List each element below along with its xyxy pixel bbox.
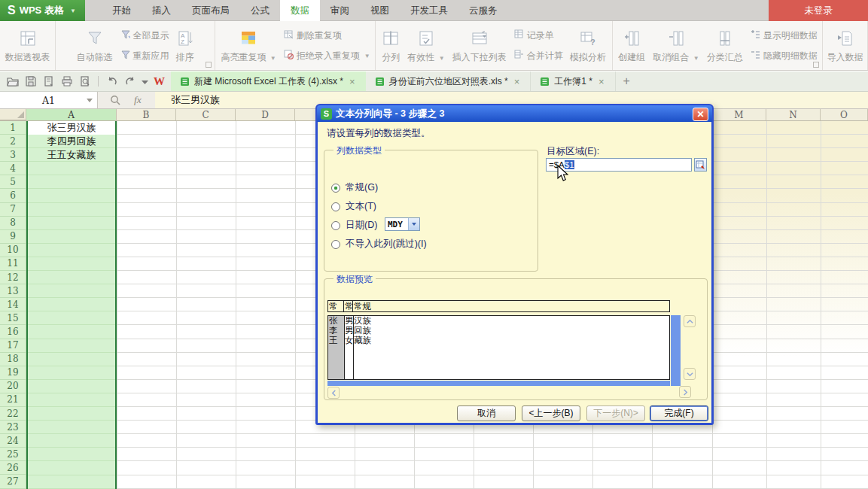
menu-tab-插入[interactable]: 插入 xyxy=(142,0,181,21)
scroll-up-button[interactable] xyxy=(684,315,696,327)
column-header-O[interactable]: O xyxy=(821,109,868,120)
close-icon[interactable]: × xyxy=(348,76,357,87)
row-header-7[interactable]: 7 xyxy=(0,203,26,217)
row-header-26[interactable]: 26 xyxy=(0,461,26,475)
ribbon-button-隐藏明细数据[interactable]: 隐藏明细数据 xyxy=(750,49,818,62)
close-icon[interactable]: × xyxy=(513,76,522,87)
preview-header-cell[interactable]: 常 xyxy=(344,301,353,311)
row-header-3[interactable]: 3 xyxy=(0,148,26,162)
ribbon-button-创建组[interactable]: 创建组 xyxy=(614,28,649,64)
date-format-combo[interactable]: MDY xyxy=(385,217,420,231)
ribbon-button-自动筛选[interactable]: 自动筛选 xyxy=(73,28,117,64)
dialog-close-button[interactable]: ✕ xyxy=(693,108,708,121)
radio-option-不导入此列(跳过)(I)[interactable]: 不导入此列(跳过)(I) xyxy=(331,238,427,251)
column-header-D[interactable]: D xyxy=(236,109,295,120)
wps-writer-icon[interactable]: W xyxy=(154,75,165,88)
dialog-button-完成(F)[interactable]: 完成(F) xyxy=(650,405,708,421)
radio-button-icon[interactable] xyxy=(331,202,340,211)
row-header-11[interactable]: 11 xyxy=(0,257,26,271)
ribbon-button-高亮重复项[interactable]: 高亮重复项 ▼ xyxy=(217,28,279,64)
ribbon-button-排序[interactable]: AZ排序 xyxy=(172,28,198,64)
ribbon-button-重新应用[interactable]: 重新应用 xyxy=(120,49,169,62)
row-header-19[interactable]: 19 xyxy=(0,366,26,380)
row-header-12[interactable]: 12 xyxy=(0,271,26,284)
menu-tab-审阅[interactable]: 审阅 xyxy=(320,0,360,21)
close-icon[interactable]: × xyxy=(597,76,606,87)
qat-customize-icon[interactable] xyxy=(142,74,148,88)
preview-column-type-header[interactable]: 常规常常规 xyxy=(327,300,670,312)
row-header-18[interactable]: 18 xyxy=(0,353,26,366)
preview-vertical-scrollbar[interactable] xyxy=(671,315,681,386)
column-header-M[interactable]: M xyxy=(712,109,766,120)
app-logo[interactable]: S WPS 表格 ▼ xyxy=(0,0,85,21)
ribbon-button-插入下拉列表[interactable]: 插入下拉列表 xyxy=(449,28,510,64)
dialog-button-取消[interactable]: 取消 xyxy=(457,405,516,421)
radio-option-常规(G)[interactable]: 常规(G) xyxy=(331,181,378,194)
row-header-8[interactable]: 8 xyxy=(0,217,26,230)
preview-horizontal-scrollbar[interactable] xyxy=(327,381,670,386)
row-header-16[interactable]: 16 xyxy=(0,325,26,339)
row-header-4[interactable]: 4 xyxy=(0,162,26,175)
document-tab[interactable]: 新建 Microsoft Excel 工作表 (4).xlsx *× xyxy=(171,71,366,91)
row-header-1[interactable]: 1 xyxy=(0,121,26,135)
combo-dropdown-icon[interactable] xyxy=(408,218,419,230)
row-header-9[interactable]: 9 xyxy=(0,230,26,244)
document-tab[interactable]: 工作簿1 *× xyxy=(531,71,615,91)
chevron-down-icon[interactable] xyxy=(87,99,93,102)
ribbon-button-分列[interactable]: 分列 xyxy=(378,28,404,64)
radio-button-icon[interactable] xyxy=(331,221,340,230)
column-header-C[interactable]: C xyxy=(176,109,236,120)
row-header-13[interactable]: 13 xyxy=(0,284,26,298)
cell-A2[interactable]: 李四男回族 xyxy=(28,135,115,148)
row-header-21[interactable]: 21 xyxy=(0,393,26,407)
dialog-title-bar[interactable]: S 文本分列向导 - 3 步骤之 3 xyxy=(317,105,712,122)
scroll-down-button[interactable] xyxy=(684,368,696,380)
row-header-23[interactable]: 23 xyxy=(0,421,26,434)
row-header-2[interactable]: 2 xyxy=(0,135,26,148)
preview-header-cell[interactable]: 常规 xyxy=(328,301,344,311)
document-tab[interactable]: 身份证前六位地区对照表.xls *× xyxy=(366,71,531,91)
row-header-22[interactable]: 22 xyxy=(0,407,26,421)
selected-column-a[interactable] xyxy=(26,121,117,489)
menu-tab-开发工具[interactable]: 开发工具 xyxy=(400,0,458,21)
cell-A3[interactable]: 王五女藏族 xyxy=(28,148,115,162)
cell-A1[interactable]: 张三男汉族 xyxy=(28,121,115,135)
select-all-corner[interactable] xyxy=(0,109,26,120)
fx-icon[interactable]: fx xyxy=(134,94,142,106)
column-header-A[interactable]: A xyxy=(26,109,117,120)
preview-header-cell[interactable]: 常规 xyxy=(353,301,669,311)
radio-option-文本(T)[interactable]: 文本(T) xyxy=(331,200,376,213)
ribbon-button-合并计算[interactable]: 合并计算 xyxy=(513,49,563,62)
preview-data-area[interactable]: 张三男汉族李四男回族王五女藏族 xyxy=(327,315,670,380)
ribbon-button-导入数据[interactable]: 导入数据 xyxy=(824,28,867,64)
column-header-N[interactable]: N xyxy=(766,109,821,120)
ribbon-button-数据透视表[interactable]: 数据透视表 xyxy=(2,28,54,64)
range-picker-button[interactable] xyxy=(694,158,707,172)
menu-tab-云服务[interactable]: 云服务 xyxy=(458,0,508,21)
ribbon-button-全部显示[interactable]: 全部显示 xyxy=(120,29,169,42)
ribbon-button-删除重复项[interactable]: 删除重复项 xyxy=(283,29,370,42)
print-icon[interactable] xyxy=(60,75,73,88)
ribbon-button-显示明细数据[interactable]: 显示明细数据 xyxy=(750,29,818,42)
ribbon-button-分类汇总[interactable]: 分类汇总 xyxy=(703,28,747,64)
redo-icon[interactable] xyxy=(123,75,136,88)
row-header-17[interactable]: 17 xyxy=(0,339,26,353)
row-header-25[interactable]: 25 xyxy=(0,448,26,461)
column-header-B[interactable]: B xyxy=(117,109,176,120)
radio-option-日期(D)[interactable]: 日期(D) xyxy=(331,219,377,232)
menu-tab-页面布局[interactable]: 页面布局 xyxy=(181,0,240,21)
open-folder-icon[interactable] xyxy=(6,75,19,88)
scroll-right-button[interactable] xyxy=(679,386,691,398)
save-icon[interactable] xyxy=(24,75,37,88)
new-document-button[interactable]: + xyxy=(616,71,638,91)
print-preview-icon[interactable] xyxy=(78,75,91,88)
menu-tab-视图[interactable]: 视图 xyxy=(360,0,400,21)
row-header-20[interactable]: 20 xyxy=(0,380,26,393)
row-header-24[interactable]: 24 xyxy=(0,434,26,448)
menu-tab-数据[interactable]: 数据 xyxy=(280,0,320,21)
menu-tab-公式[interactable]: 公式 xyxy=(240,0,280,21)
zoom-magnifier-icon[interactable] xyxy=(110,95,121,109)
ribbon-button-有效性[interactable]: 有效性 ▼ xyxy=(404,28,448,64)
ribbon-button-取消组合[interactable]: 取消组合 ▼ xyxy=(649,28,702,64)
dialog-button-<上一步(B)[interactable]: <上一步(B) xyxy=(522,405,580,421)
